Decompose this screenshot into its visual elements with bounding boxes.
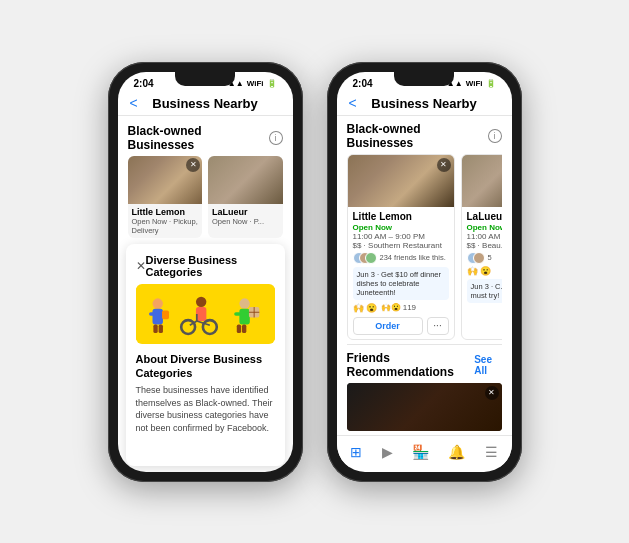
video-icon: ▶ [382,444,393,460]
notch-1 [175,72,235,86]
p2-friends-section-title: Friends Recommendations [347,351,475,379]
screen-content-1: Black-owned Businesses i ✕ Little Lemon [118,116,293,472]
p2-section-title: Black-owned Businesses [347,122,488,150]
p2-action-row-1: Order ··· [353,317,449,335]
bottom-nav-bell[interactable]: 🔔 [444,442,469,463]
phone-1-screen: 2:04 ▲▲ WiFi 🔋 < Business Nearby Black-o… [118,72,293,472]
p2-order-btn[interactable]: Order [353,317,423,335]
biz-card-1[interactable]: ✕ Little Lemon Open Now · Pickup, Delive… [128,156,203,238]
p2-card-name-2: LaLueur [467,211,502,222]
svg-point-15 [239,298,249,308]
phones-container: 2:04 ▲▲ WiFi 🔋 < Business Nearby Black-o… [88,42,542,502]
p2-card-price-2: $$ · Beau... [467,241,502,250]
overlay-illustration [136,284,275,344]
business-cards-1: ✕ Little Lemon Open Now · Pickup, Delive… [118,156,293,238]
p2-card-body-lalueur: LaLueur Open Now 11:00 AM $$ · Beau... 5 [462,207,502,310]
overlay-header: ✕ Diverse Business Categories [136,254,275,278]
svg-rect-19 [236,324,240,333]
page-title-1: Business Nearby [152,96,258,111]
biz-card-img-1: ✕ [128,156,203,204]
p2-card-price-1: $$ · Southern Restaurant [353,241,449,250]
biz-card-img-2 [208,156,283,204]
bottom-nav-marketplace[interactable]: 🏪 [408,442,433,463]
bottom-nav-home[interactable]: ⊞ [346,442,366,463]
p2-friends-row-1: 234 friends like this. [353,252,449,264]
p2-friends-row-2: 5 [467,252,502,264]
p2-reactions-2: 🙌 😮 [467,266,502,276]
biz-card-info-2: LaLueur Open Now · P... [208,204,283,229]
svg-rect-3 [149,312,156,315]
p2-close-little-lemon[interactable]: ✕ [437,158,451,172]
marketplace-icon: 🏪 [412,444,429,460]
p2-content: Black-owned Businesses i ✕ Little [337,116,512,472]
menu-icon: ☰ [485,444,498,460]
card-close-1[interactable]: ✕ [186,158,200,172]
wifi-icon: WiFi [247,79,264,88]
biz-card-status-2: Open Now · P... [212,217,279,226]
info-overlay: ✕ Diverse Business Categories [126,244,285,466]
biz-card-name-2: LaLueur [212,207,279,217]
p2-card-lalueur[interactable]: LaLueur Open Now 11:00 AM $$ · Beau... 5 [461,154,502,340]
p2-card-body-little-lemon: Little Lemon Open Now 11:00 AM – 9:00 PM… [348,207,454,339]
p2-card-open-2: Open Now [467,223,502,232]
p2-img-lalueur [462,155,502,207]
svg-rect-20 [241,324,245,333]
p2-card-hours-2: 11:00 AM [467,232,502,241]
bottom-nav: ⊞ ▶ 🏪 🔔 ☰ [337,435,512,467]
overlay-close-btn[interactable]: ✕ [136,259,146,273]
back-button-2[interactable]: < [349,95,357,111]
p2-businesses-section: Black-owned Businesses i ✕ Little [337,116,512,344]
biz-card-status-1: Open Now · Pickup, Delivery [132,217,199,235]
see-all-btn[interactable]: See All [474,354,501,376]
bottom-nav-video[interactable]: ▶ [378,442,397,463]
p2-promo-1: Jun 3 · Get $10 off dinner dishes to cel… [353,267,449,300]
reaction-emoji-1: 🙌 [353,303,364,313]
p2-more-btn[interactable]: ··· [427,317,449,335]
bottom-nav-menu[interactable]: ☰ [481,442,502,463]
svg-point-8 [195,296,205,306]
wifi-icon-2: WiFi [466,79,483,88]
page-title-2: Business Nearby [371,96,477,111]
svg-rect-7 [162,310,169,319]
nav-bar-1: < Business Nearby [118,92,293,116]
p2-card-little-lemon[interactable]: ✕ Little Lemon Open Now 11:00 AM – 9:00 … [347,154,455,340]
svg-point-1 [152,298,162,308]
status-time-1: 2:04 [134,78,154,89]
overlay-category-title: Diverse Business Categories [146,254,275,278]
svg-rect-6 [158,324,162,333]
friends-close-btn[interactable]: ✕ [485,386,499,400]
p2-img-little-lemon: ✕ [348,155,454,207]
biz-card-2[interactable]: LaLueur Open Now · P... [208,156,283,238]
p2-card-open-1: Open Now [353,223,449,232]
info-icon-1[interactable]: i [269,131,283,145]
section-header-1: Black-owned Businesses i [118,116,293,156]
overlay-about-title: About Diverse Business Categories [136,352,275,381]
p2-friends-section-header: Friends Recommendations See All [347,351,502,379]
illustration-svg [136,284,275,344]
phone-1: 2:04 ▲▲ WiFi 🔋 < Business Nearby Black-o… [108,62,303,482]
section-title-1: Black-owned Businesses [128,124,269,152]
p2-promo-2: Jun 3 · C... must try! [467,279,502,303]
nav-bar-2: < Business Nearby [337,92,512,116]
reaction-emoji-2: 😮 [366,303,377,313]
overlay-about-text: These businesses have identified themsel… [136,384,275,434]
p2-friends-img: ✕ [347,383,502,431]
p2-friends-section: Friends Recommendations See All ✕ [337,345,512,435]
svg-rect-5 [153,324,157,333]
svg-rect-17 [234,312,241,315]
friends-count-2: 5 [488,253,492,262]
p2-cards-row: ✕ Little Lemon Open Now 11:00 AM – 9:00 … [347,154,502,340]
p2-card-name-1: Little Lemon [353,211,449,222]
avatar-5 [473,252,485,264]
biz-card-info-1: Little Lemon Open Now · Pickup, Delivery [128,204,203,238]
status-icons-2: ▲▲ WiFi 🔋 [447,79,496,88]
svg-rect-16 [239,308,249,324]
battery-icon: 🔋 [267,79,277,88]
phone-2-screen: 2:04 ▲▲ WiFi 🔋 < Business Nearby Black-o… [337,72,512,472]
status-time-2: 2:04 [353,78,373,89]
p2-reactions-1: 🙌 😮 🙌😮 119 [353,303,449,313]
back-button-1[interactable]: < [130,95,138,111]
friends-count-1: 234 friends like this. [380,253,446,262]
p2-info-icon[interactable]: i [488,129,502,143]
biz-card-name-1: Little Lemon [132,207,199,217]
